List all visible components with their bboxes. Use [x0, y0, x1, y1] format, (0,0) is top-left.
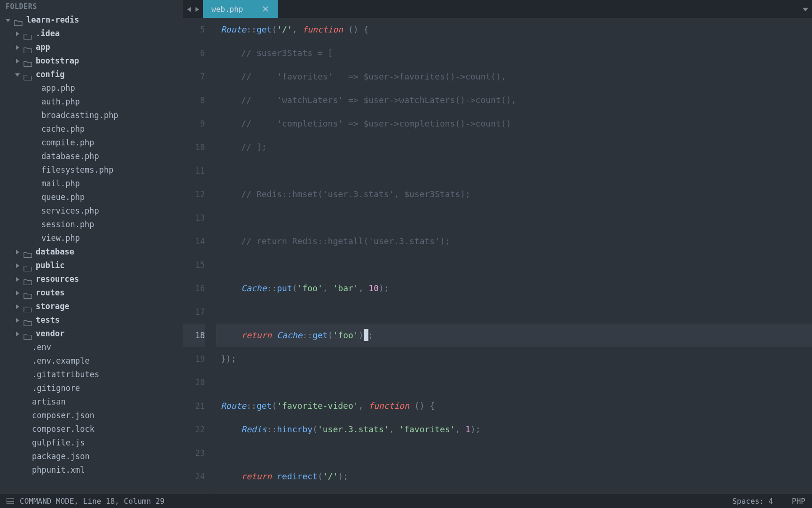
close-icon[interactable] — [262, 5, 269, 13]
folder-row[interactable]: config — [0, 68, 183, 81]
file-row[interactable]: .gitattributes — [0, 368, 183, 381]
file-row[interactable]: services.php — [0, 204, 183, 218]
tab-overflow-icon[interactable] — [803, 5, 808, 14]
code-line[interactable] — [216, 206, 812, 230]
file-label: cache.php — [41, 122, 85, 136]
file-row[interactable]: .gitignore — [0, 381, 183, 395]
tab-history-back-icon[interactable] — [187, 5, 192, 14]
file-row[interactable]: queue.php — [0, 190, 183, 204]
status-mode[interactable]: COMMAND MODE, Line 18, Column 29 — [20, 497, 164, 506]
folder-icon — [23, 71, 32, 78]
code-line[interactable]: // 'watchLaters' => $user->watchLaters()… — [216, 88, 812, 112]
file-row[interactable]: auth.php — [0, 95, 183, 109]
status-language[interactable]: PHP — [792, 497, 805, 506]
file-row[interactable]: filesystems.php — [0, 163, 183, 177]
folder-row[interactable]: resources — [0, 272, 183, 286]
chevron-right-icon[interactable] — [14, 317, 21, 324]
line-number: 16 — [183, 277, 205, 300]
chevron-right-icon[interactable] — [14, 262, 21, 269]
file-row[interactable]: mail.php — [0, 177, 183, 190]
svg-marker-8 — [16, 291, 19, 295]
folder-row[interactable]: tests — [0, 313, 183, 327]
code-line[interactable]: // ]; — [216, 135, 812, 159]
token-punct: ( — [272, 24, 277, 34]
folder-icon — [14, 17, 23, 24]
code-line[interactable]: // 'completions' => $user->completions()… — [216, 112, 812, 135]
code-line[interactable]: Redis::hincrby('user.3.stats', 'favorite… — [216, 418, 812, 441]
line-number: 6 — [183, 41, 205, 65]
chevron-right-icon[interactable] — [14, 58, 21, 64]
file-row[interactable]: view.php — [0, 231, 183, 245]
folder-row[interactable]: public — [0, 259, 183, 272]
file-row[interactable]: cache.php — [0, 122, 183, 136]
code-line[interactable]: return redirect('/'); — [216, 465, 812, 488]
chevron-down-icon[interactable] — [14, 71, 21, 78]
file-row[interactable]: .env — [0, 341, 183, 354]
token-class: Redis — [241, 424, 266, 434]
sidebar-header: FOLDERS — [0, 0, 183, 13]
panel-switch-icon[interactable] — [7, 497, 14, 506]
folder-icon — [23, 31, 32, 37]
file-row[interactable]: gulpfile.js — [0, 436, 183, 450]
code-line[interactable] — [216, 371, 812, 394]
tab-history-forward-icon[interactable] — [195, 5, 199, 14]
file-row[interactable]: compile.php — [0, 136, 183, 150]
svg-marker-16 — [803, 8, 808, 12]
file-row[interactable]: app.php — [0, 81, 183, 95]
folder-tree[interactable]: learn-redis.ideaappbootstrapconfigapp.ph… — [0, 13, 183, 494]
chevron-right-icon[interactable] — [14, 249, 21, 255]
line-number: 17 — [183, 300, 205, 324]
code-lines[interactable]: Route::get('/', function () { // $user3S… — [216, 18, 812, 494]
file-label: package.json — [32, 450, 90, 463]
tab-active[interactable]: web.php — [203, 0, 278, 18]
status-indent[interactable]: Spaces: 4 — [732, 497, 773, 506]
code-line[interactable] — [216, 441, 812, 465]
code-line[interactable]: // $user3Stats = [ — [216, 41, 812, 65]
code-line[interactable]: Route::get('favorite-video', function ()… — [216, 394, 812, 418]
file-label: database.php — [41, 150, 99, 163]
code-line[interactable]: return Cache::get('foo'); — [216, 324, 812, 347]
token-string: 'foo' — [297, 283, 323, 293]
token-plain — [221, 189, 241, 199]
code-line[interactable] — [216, 159, 812, 183]
file-row[interactable]: package.json — [0, 450, 183, 463]
chevron-right-icon[interactable] — [14, 290, 21, 296]
token-comment: // return Redis::hgetall('user.3.stats')… — [241, 236, 450, 246]
file-row[interactable]: .env.example — [0, 354, 183, 368]
folder-row[interactable]: learn-redis — [0, 13, 183, 27]
folder-row[interactable]: app — [0, 40, 183, 54]
chevron-right-icon[interactable] — [14, 303, 21, 310]
chevron-right-icon[interactable] — [14, 44, 21, 51]
chevron-down-icon[interactable] — [5, 17, 11, 24]
file-label: app.php — [41, 81, 75, 95]
code-line[interactable]: }); — [216, 488, 812, 494]
folder-row[interactable]: vendor — [0, 327, 183, 341]
code-area[interactable]: 5678910111213141516171819202122232425 Ro… — [183, 18, 812, 494]
token-func: put — [277, 283, 292, 293]
code-line[interactable] — [216, 253, 812, 277]
file-row[interactable]: phpunit.xml — [0, 463, 183, 477]
folder-row[interactable]: database — [0, 245, 183, 259]
file-row[interactable]: database.php — [0, 150, 183, 163]
file-row[interactable]: composer.json — [0, 409, 183, 422]
code-line[interactable]: // return Redis::hgetall('user.3.stats')… — [216, 230, 812, 253]
code-line[interactable]: }); — [216, 347, 812, 371]
code-line[interactable]: // Redis::hmset('user.3.stats', $user3St… — [216, 183, 812, 206]
folder-row[interactable]: routes — [0, 286, 183, 300]
code-line[interactable]: // 'favorites' => $user->favorites()->co… — [216, 65, 812, 88]
folder-row[interactable]: .idea — [0, 27, 183, 40]
chevron-right-icon[interactable] — [14, 31, 21, 37]
code-line[interactable] — [216, 300, 812, 324]
chevron-right-icon[interactable] — [14, 276, 21, 283]
token-plain — [221, 142, 241, 152]
folder-row[interactable]: bootstrap — [0, 54, 183, 68]
code-line[interactable]: Cache::put('foo', 'bar', 10); — [216, 277, 812, 300]
code-line[interactable]: Route::get('/', function () { — [216, 18, 812, 41]
file-row[interactable]: artisan — [0, 395, 183, 409]
file-row[interactable]: session.php — [0, 218, 183, 231]
folder-row[interactable]: storage — [0, 300, 183, 313]
chevron-right-icon[interactable] — [14, 331, 21, 337]
file-row[interactable]: broadcasting.php — [0, 109, 183, 122]
file-row[interactable]: composer.lock — [0, 422, 183, 436]
line-number: 22 — [183, 418, 205, 441]
